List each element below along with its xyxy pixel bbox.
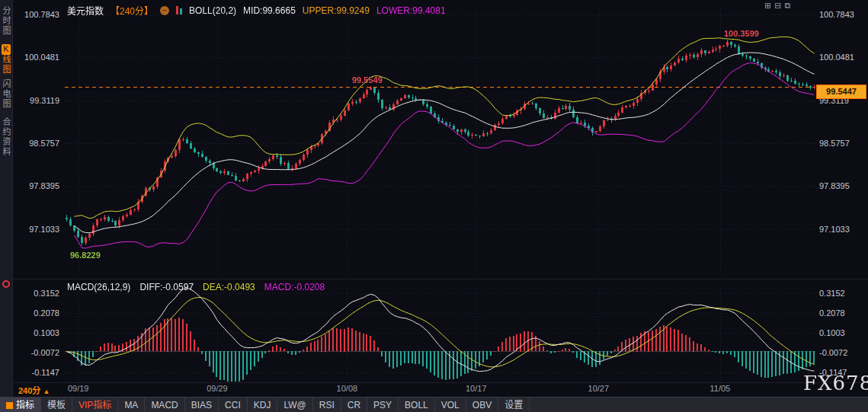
toolbar-button-label: CCI <box>225 398 241 412</box>
toolbar-button-label: 设置 <box>504 398 523 412</box>
period-footer-label: 240分 <box>18 386 40 395</box>
toolbar-button-label: OBV <box>472 398 492 412</box>
low-annotation: 96.8229 <box>70 251 101 260</box>
kline-k-badge: K <box>2 44 11 55</box>
toolbar-button-settings[interactable]: 设置 <box>498 398 530 412</box>
period-menu-icon[interactable]: − <box>160 6 169 15</box>
price-axis-left-label-0: 100.7843 <box>11 9 59 20</box>
toolbar-button-templates[interactable]: 模板 <box>41 398 72 412</box>
toolbar-button-cci[interactable]: CCI <box>219 398 248 412</box>
boll-lower-value: LOWER:99.4081 <box>376 5 446 16</box>
boll-upper-value: UPPER:99.9249 <box>303 5 370 16</box>
sidebar-item-contract-info[interactable]: 合约资料 <box>1 117 11 157</box>
toolbar-button-label: VIP指标 <box>78 398 111 412</box>
date-label-5: 11/05 <box>697 384 743 393</box>
toolbar-button-label: PSY <box>373 398 392 412</box>
toolbar-button-label: 指标 <box>16 398 34 412</box>
chart-header: 美元指数 【240分】 − BOLL(20,2) MID:99.6665 UPP… <box>67 4 446 17</box>
macd-axis-left-label-0: 0.3152 <box>11 288 59 299</box>
sidebar-item-label: 线图 <box>2 55 11 75</box>
price-axis-right-label-4: 97.8395 <box>819 180 865 191</box>
macd-axis-right-label-1: 0.2078 <box>819 308 865 318</box>
candlestick-icon <box>176 6 182 14</box>
last-price-badge: 99.5447 <box>816 85 866 99</box>
boll-mid-value: MID:99.6665 <box>243 5 296 16</box>
toolbar-button-boll[interactable]: BOLL <box>399 398 435 412</box>
date-label-1: 09/29 <box>194 384 240 393</box>
toolbar-button-label: VOL <box>441 398 460 412</box>
peak-annotation-1: 99.5549 <box>352 75 383 85</box>
tile-layout-icon[interactable]: ⊟ <box>774 1 781 10</box>
symbol-title: 美元指数 <box>67 4 104 17</box>
toolbar-button-label: MA <box>124 398 138 412</box>
axis-divider <box>12 382 868 383</box>
macd-macd-value: MACD:-0.0208 <box>264 282 325 292</box>
price-axis-right-label-3: 98.5757 <box>819 138 865 149</box>
toolbar-button-label: BOLL <box>405 398 428 412</box>
left-sidebar: 分时图K线图闪电图合约资料 <box>0 0 13 397</box>
price-axis-left-label-4: 97.8395 <box>11 180 59 191</box>
toolbar-button-label: RSI <box>319 398 335 412</box>
toolbar-button-label: KDJ <box>254 398 271 412</box>
sidebar-item-lightning-chart[interactable]: 闪电图 <box>1 79 11 109</box>
toolbar-button-label: CR <box>348 398 360 412</box>
toolbar-button-lw[interactable]: LW@ <box>277 398 312 412</box>
cascade-layout-icon[interactable]: ⧉ <box>784 1 790 10</box>
alert-dot-icon[interactable] <box>2 280 10 288</box>
toolbar-button-cr[interactable]: CR <box>341 398 367 412</box>
toolbar-button-ma[interactable]: MA <box>118 398 145 412</box>
watermark: FX678 <box>803 372 868 394</box>
sidebar-item-time-chart[interactable]: 分时图 <box>1 6 11 36</box>
toolbar-button-macd[interactable]: MACD <box>145 398 184 412</box>
macd-diff-value: DIFF:-0.0597 <box>139 282 194 292</box>
toolbar-button-vip-indicators[interactable]: VIP指标 <box>72 398 118 412</box>
macd-axis-left-label-1: 0.2078 <box>11 308 59 318</box>
period-footer[interactable]: 240分 ▲ <box>18 384 50 396</box>
triangle-up-icon: ▲ <box>43 388 50 395</box>
period-label[interactable]: 【240分】 <box>111 4 153 17</box>
macd-axis-left-label-4: -0.1147 <box>11 367 59 378</box>
indicator-grid-icon <box>6 402 13 409</box>
price-axis-right-label-1: 100.0481 <box>819 52 865 62</box>
macd-axis-left-label-2: 0.1003 <box>11 327 59 338</box>
toolbar-button-label: MACD <box>151 398 178 412</box>
toolbar-button-indicators[interactable]: 指标 <box>0 398 41 412</box>
toolbar-button-obv[interactable]: OBV <box>466 398 498 412</box>
macd-axis-right-label-3: -0.0072 <box>819 347 865 358</box>
toolbar-button-label: LW@ <box>283 398 306 412</box>
app-window: 分时图K线图闪电图合约资料 美元指数 【240分】 − BOLL(20,2) M… <box>0 0 868 412</box>
price-axis-left-label-5: 97.1033 <box>11 224 59 235</box>
panel-divider <box>12 279 868 279</box>
peak-annotation-2: 100.3599 <box>724 29 759 38</box>
toolbar-button-label: BIAS <box>191 398 212 412</box>
date-label-4: 10/27 <box>575 384 621 393</box>
toolbar-button-psy[interactable]: PSY <box>367 398 399 412</box>
price-axis-left-label-2: 99.3119 <box>11 95 59 106</box>
toolbar-button-vol[interactable]: VOL <box>435 398 466 412</box>
toolbar-button-kdj[interactable]: KDJ <box>248 398 278 412</box>
date-label-3: 10/17 <box>453 384 499 393</box>
window-layout-icons: ⊞⊟⧉ <box>764 1 790 10</box>
grid-layout-icon[interactable]: ⊞ <box>764 1 771 10</box>
date-label-0: 09/19 <box>56 384 101 393</box>
date-label-2: 10/08 <box>324 384 370 393</box>
price-axis-right-label-0: 100.7843 <box>819 9 865 20</box>
price-axis-left-label-1: 100.0481 <box>11 52 59 62</box>
toolbar-button-label: 模板 <box>47 398 66 412</box>
main-chart-canvas[interactable] <box>65 9 815 277</box>
price-axis-right-label-5: 97.1033 <box>819 224 865 235</box>
macd-title: MACD(26,12,9) <box>67 282 130 292</box>
toolbar-button-bias[interactable]: BIAS <box>185 398 219 412</box>
macd-axis-right-label-0: 0.3152 <box>819 288 865 299</box>
toolbar-button-rsi[interactable]: RSI <box>313 398 341 412</box>
bottom-toolbar: 指标模板VIP指标MAMACDBIASCCIKDJLW@RSICRPSYBOLL… <box>0 397 868 412</box>
macd-header: MACD(26,12,9) DIFF:-0.0597 DEA:-0.0493 M… <box>67 282 325 292</box>
boll-label: BOLL(20,2) <box>189 5 236 16</box>
price-axis-left-label-3: 98.5757 <box>11 138 59 149</box>
macd-axis-left-label-3: -0.0072 <box>11 347 59 358</box>
macd-canvas[interactable] <box>65 286 815 382</box>
sidebar-item-kline-chart[interactable]: K线图 <box>1 44 11 75</box>
macd-dea-value: DEA:-0.0493 <box>203 282 255 292</box>
macd-axis-right-label-2: 0.1003 <box>819 327 865 338</box>
